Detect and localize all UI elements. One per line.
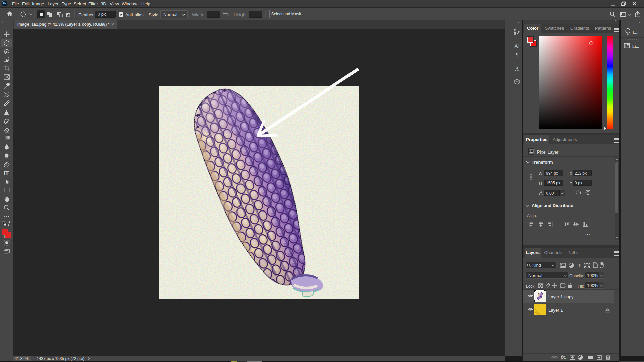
svg-text:T: T [5, 170, 9, 176]
svg-text:A: A [514, 43, 518, 49]
svg-text:A: A [515, 66, 519, 72]
svg-text:▾: ▾ [582, 358, 583, 360]
svg-text:T: T [577, 263, 581, 268]
svg-text:¶: ¶ [516, 52, 518, 57]
